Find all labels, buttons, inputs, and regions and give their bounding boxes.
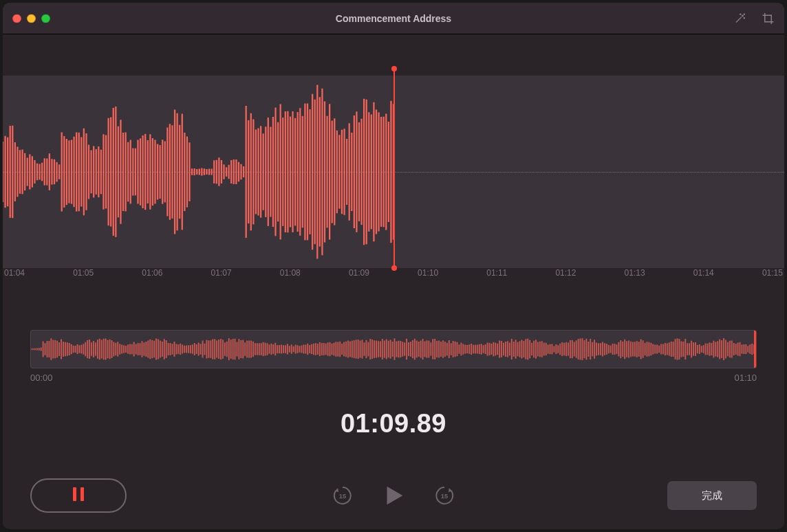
ruler-tick: 01:10 <box>418 268 438 278</box>
ruler-tick: 01:05 <box>73 268 94 278</box>
play-button[interactable] <box>380 483 407 509</box>
playhead-indicator[interactable] <box>394 69 395 268</box>
pause-icon <box>71 487 86 504</box>
ruler-tick: 01:12 <box>555 268 576 278</box>
svg-point-1 <box>744 17 744 18</box>
svg-point-3 <box>744 14 744 14</box>
overview-position-marker[interactable] <box>754 330 756 368</box>
svg-point-0 <box>742 15 744 16</box>
ruler-tick: 01:07 <box>211 268 232 278</box>
current-time-display: 01:09.89 <box>3 409 784 439</box>
overview-start-label: 00:00 <box>30 373 53 383</box>
pause-record-button[interactable] <box>30 478 127 513</box>
ruler-tick: 01:13 <box>625 268 645 278</box>
ruler-tick: 01:14 <box>693 268 714 278</box>
ruler-tick: 01:09 <box>349 268 369 278</box>
ruler-tick: 01:06 <box>142 268 162 278</box>
skip-forward-amount: 15 <box>441 493 448 500</box>
ruler-tick: 01:15 <box>762 268 783 278</box>
ruler-tick: 01:11 <box>486 268 507 278</box>
skip-forward-15-button[interactable]: 15 <box>433 484 456 507</box>
svg-point-2 <box>740 14 741 14</box>
trim-icon[interactable] <box>762 12 775 25</box>
skip-back-amount: 15 <box>339 493 346 500</box>
ruler-tick: 01:04 <box>4 268 25 278</box>
titlebar: Commencement Address <box>3 3 784 34</box>
window-title: Commencement Address <box>336 13 451 24</box>
waveform-main-area[interactable]: 01:0401:0501:0601:0701:0801:0901:1001:11… <box>3 34 784 268</box>
time-ruler: 01:0401:0501:0601:0701:0801:0901:1001:11… <box>3 268 784 287</box>
waveform-overview-svg <box>31 331 756 368</box>
waveform-main <box>3 76 394 268</box>
window-zoom-button[interactable] <box>41 14 50 23</box>
ruler-tick: 01:08 <box>280 268 301 278</box>
window-close-button[interactable] <box>12 14 21 23</box>
overview-end-label: 01:10 <box>734 373 757 383</box>
done-button[interactable]: 完成 <box>667 481 757 510</box>
window-minimize-button[interactable] <box>27 14 36 23</box>
magic-wand-icon[interactable] <box>733 12 746 25</box>
done-button-label: 完成 <box>702 489 722 502</box>
skip-back-15-button[interactable]: 15 <box>331 484 354 507</box>
waveform-overview[interactable] <box>30 330 757 368</box>
